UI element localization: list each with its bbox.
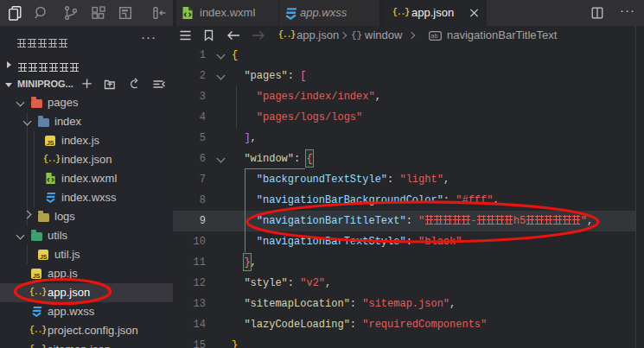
svg-text:ab: ab	[431, 33, 438, 39]
